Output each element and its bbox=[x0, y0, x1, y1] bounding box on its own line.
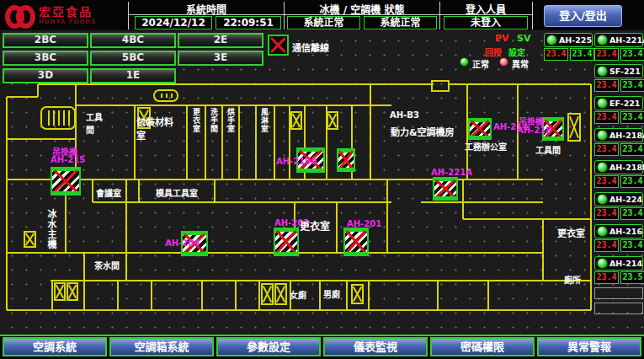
hvac-scada-screen: 宏亞食品 HUNYA FOODS 系統時間 2024/12/12 22:09:5… bbox=[0, 0, 644, 359]
room-label: 茶水間 bbox=[94, 259, 120, 271]
room-label: 更衣室 bbox=[557, 226, 585, 239]
room-label: 廁所 bbox=[564, 273, 581, 286]
shaft-icon bbox=[24, 231, 36, 248]
shaft-icon bbox=[290, 111, 302, 130]
menu-button-alarm[interactable]: 異常警報 bbox=[537, 337, 641, 356]
offline-ahu-icon-ah-203[interactable] bbox=[274, 228, 299, 256]
room-label: 風淋室 bbox=[259, 108, 270, 133]
room-label: 女廁 bbox=[290, 288, 306, 301]
room-label: 洗手間 bbox=[209, 108, 220, 133]
offline-ahu-icon-ah-201[interactable] bbox=[343, 228, 369, 256]
room-label: 工務辦公室 bbox=[465, 140, 507, 153]
room-label: 模具工具室 bbox=[156, 186, 198, 199]
menu-button-password-auth[interactable]: 密碼權限 bbox=[430, 337, 535, 356]
ahu-label: AH-218 bbox=[517, 126, 551, 135]
ahu-label: AH-219A bbox=[276, 157, 317, 166]
menu-button-ahu-system[interactable]: 空調箱系統 bbox=[109, 337, 214, 356]
shaft-icon bbox=[351, 284, 364, 304]
ahu-label: AH-204 bbox=[165, 238, 200, 248]
shaft-icon bbox=[327, 111, 338, 130]
offline-ahu-icon-ah-214[interactable] bbox=[468, 118, 492, 140]
room-label: 冰水主機 bbox=[44, 209, 57, 249]
floorplan-walls bbox=[0, 0, 644, 359]
shaft-icon bbox=[274, 283, 287, 305]
room-label: 男廁 bbox=[323, 287, 340, 300]
room-label: 更衣室 bbox=[191, 108, 202, 133]
shaft-icon bbox=[261, 283, 274, 305]
room-label: AH-B3 bbox=[390, 110, 419, 120]
room-label: 會議室 bbox=[96, 186, 121, 199]
room-label: 動力&空調機房 bbox=[391, 125, 455, 138]
ahu-label: AH-215 bbox=[51, 155, 85, 164]
shaft-icon bbox=[567, 113, 581, 142]
room-label: 烘手室 bbox=[226, 108, 237, 133]
ahu-label: AH-221A bbox=[431, 168, 472, 177]
menu-button-meter-monitor[interactable]: 儀表監視 bbox=[323, 337, 428, 356]
offline-ahu-icon-ah-221a[interactable] bbox=[433, 177, 458, 201]
menu-button-param-setting[interactable]: 參數設定 bbox=[216, 337, 321, 356]
offline-ahu-icon-ah-215[interactable] bbox=[51, 167, 81, 196]
shaft-icon bbox=[54, 282, 66, 301]
room-label: 工具間 bbox=[86, 110, 108, 136]
menu-button-ac-system[interactable]: 空調系統 bbox=[3, 337, 107, 356]
offline-ahu-icon[interactable] bbox=[337, 148, 355, 172]
stairs-icon bbox=[153, 89, 178, 102]
room-label: 工具間 bbox=[535, 143, 561, 156]
stairs-icon bbox=[40, 106, 76, 130]
ahu-label: AH-201 bbox=[347, 219, 381, 228]
shaft-icon bbox=[67, 282, 78, 301]
room-label: 包裝材料室 bbox=[136, 115, 175, 142]
room-label: 更衣室 bbox=[300, 218, 330, 233]
